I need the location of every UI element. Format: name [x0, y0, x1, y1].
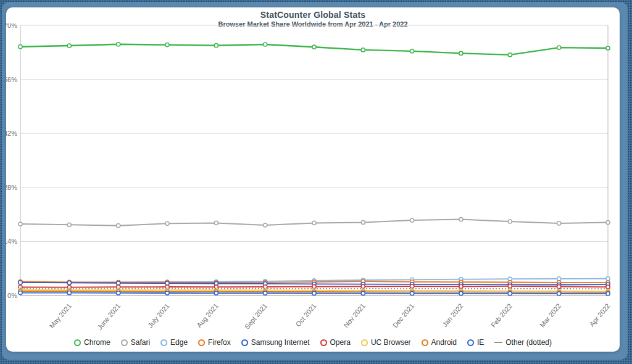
ring-icon [198, 339, 205, 346]
data-point-marker [361, 220, 365, 224]
data-point-marker [557, 292, 561, 296]
data-point-marker [459, 284, 463, 288]
data-point-marker [606, 221, 610, 225]
frame-inner-band: StatCounter Global Stats Browser Market … [2, 2, 628, 360]
data-point-marker [361, 284, 365, 288]
data-point-marker [264, 43, 267, 46]
ring-icon [361, 339, 368, 346]
ring-icon [422, 339, 428, 346]
data-point-marker [19, 222, 22, 226]
x-tick-label: Oct 2021 [294, 302, 318, 328]
data-point-marker [508, 53, 512, 57]
data-point-marker [214, 44, 218, 48]
series-safari [19, 218, 610, 228]
chart-plot-area: 0%14%28%42%56%70%May 2021June 2021July 2… [6, 23, 620, 335]
gridlines: 0%14%28%42%56%70% [6, 23, 608, 299]
data-point-marker [361, 48, 365, 52]
chart-title: StatCounter Global Stats [6, 10, 620, 20]
data-point-marker [606, 46, 610, 50]
y-tick-label: 56% [6, 76, 17, 83]
data-point-marker [214, 291, 218, 295]
y-tick-label: 0% [7, 292, 17, 299]
data-point-marker [67, 223, 71, 226]
data-point-marker [117, 291, 120, 295]
data-point-marker [19, 281, 22, 284]
x-tick-label: Nov 2021 [342, 302, 366, 329]
x-tick-label: Apr 2022 [588, 302, 612, 328]
data-point-marker [508, 292, 512, 296]
legend-item-other-dotted[interactable]: Other (dotted) [494, 338, 552, 347]
ring-icon [121, 339, 128, 346]
legend-item-ie[interactable]: IE [467, 338, 484, 347]
data-point-marker [312, 45, 316, 49]
x-axis-labels: May 2021June 2021July 2021Aug 2021Sept 2… [48, 302, 612, 331]
legend-item-uc-browser[interactable]: UC Browser [361, 338, 411, 347]
data-point-marker [165, 221, 169, 225]
data-point-marker [264, 291, 267, 295]
data-point-marker [165, 43, 169, 47]
legend-label: Edge [170, 338, 188, 347]
legend-item-chrome[interactable]: Chrome [74, 338, 110, 347]
data-point-marker [410, 284, 414, 288]
series-chrome [19, 43, 610, 57]
x-tick-label: Aug 2021 [195, 302, 219, 329]
ring-icon [241, 339, 248, 346]
data-point-marker [67, 281, 71, 284]
ring-icon [320, 339, 327, 346]
data-point-marker [410, 218, 414, 222]
legend-label: Firefox [208, 338, 231, 347]
data-point-marker [67, 44, 71, 48]
dash-icon [494, 342, 502, 343]
legend-item-samsung-internet[interactable]: Samsung Internet [241, 338, 310, 347]
legend-item-safari[interactable]: Safari [121, 338, 150, 347]
data-point-marker [606, 292, 610, 296]
legend-label: IE [477, 338, 484, 347]
x-tick-label: June 2021 [96, 302, 122, 331]
data-point-marker [361, 291, 365, 295]
data-point-marker [117, 281, 120, 285]
legend-item-edge[interactable]: Edge [160, 338, 188, 347]
data-point-marker [214, 221, 218, 225]
data-point-marker [508, 284, 512, 288]
data-point-marker [19, 291, 22, 295]
chart-card: StatCounter Global Stats Browser Market … [6, 7, 620, 352]
legend-label: Samsung Internet [251, 338, 310, 347]
data-point-marker [117, 43, 120, 46]
y-tick-label: 28% [6, 184, 17, 191]
data-point-marker [557, 221, 561, 225]
x-tick-label: Jan 2022 [441, 302, 464, 328]
legend-label: Chrome [84, 338, 110, 347]
legend-label: UC Browser [371, 338, 411, 347]
legend-item-firefox[interactable]: Firefox [198, 338, 231, 347]
legend-label: Other (dotted) [505, 338, 552, 347]
x-tick-label: Mar 2022 [538, 302, 562, 329]
x-tick-label: May 2021 [48, 302, 73, 330]
data-point-marker [459, 292, 463, 296]
x-tick-label: Dec 2021 [391, 302, 415, 329]
y-tick-label: 42% [6, 130, 17, 137]
data-point-marker [410, 49, 414, 53]
chart-legend: ChromeSafariEdgeFirefoxSamsung InternetO… [6, 336, 620, 349]
data-point-marker [557, 46, 561, 49]
data-point-marker [264, 223, 267, 227]
data-point-marker [312, 221, 316, 225]
x-tick-label: Sept 2021 [243, 302, 268, 331]
data-point-marker [459, 218, 463, 221]
data-point-marker [165, 291, 169, 295]
data-point-marker [312, 291, 316, 295]
data-point-marker [557, 285, 561, 289]
data-point-marker [19, 45, 22, 49]
x-tick-label: July 2021 [146, 302, 170, 329]
legend-label: Opera [330, 338, 351, 347]
ring-icon [467, 339, 474, 346]
legend-item-opera[interactable]: Opera [320, 338, 351, 347]
ring-icon [74, 339, 81, 346]
data-point-marker [606, 277, 610, 281]
data-point-marker [459, 51, 463, 55]
legend-item-android[interactable]: Android [422, 338, 457, 347]
y-tick-label: 70% [6, 23, 17, 29]
y-tick-label: 14% [6, 238, 17, 245]
series-other-dotted [20, 288, 608, 289]
legend-label: Safari [131, 338, 150, 347]
data-point-marker [117, 224, 120, 228]
